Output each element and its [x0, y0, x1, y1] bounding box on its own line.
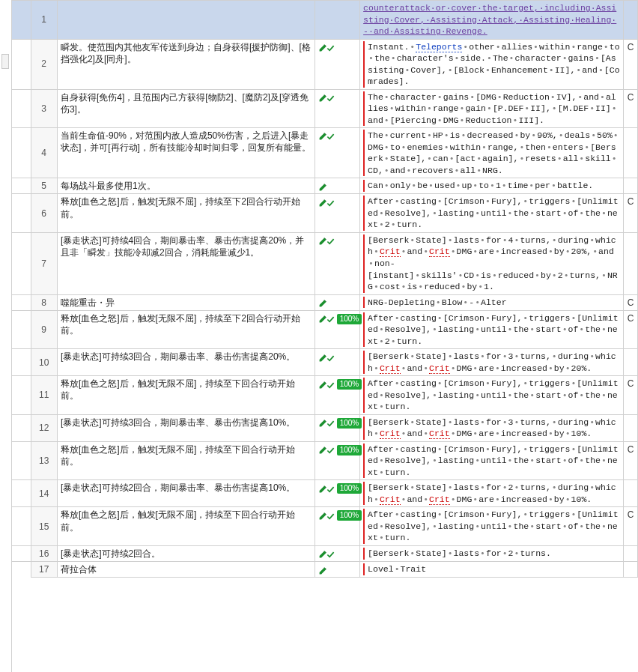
target-cell[interactable]: Aftercasting[CrimsonFury],triggers[Unlim…	[360, 441, 624, 480]
tail-cell: C	[624, 310, 638, 349]
target-cell[interactable]: [BerserkState]lastsfor3turns,duringwhich…	[360, 349, 624, 376]
tail-cell: C	[624, 507, 638, 546]
table-row[interactable]: 14[暴走状态]可持续2回合，期间暴击率、暴击伤害提高10%。100%[Bers…	[12, 480, 638, 507]
left-gutter	[0, 0, 12, 578]
source-cell[interactable]: [暴走状态]可持续2回合，期间暴击率、暴击伤害提高10%。	[57, 480, 315, 507]
target-cell[interactable]: Aftercasting[CrimsonFury],triggers[Unlim…	[360, 194, 624, 233]
status-header	[315, 1, 359, 40]
row-number: 16	[31, 546, 57, 562]
status-cell	[315, 178, 359, 194]
source-cell[interactable]: 释放[血色之怒]后，触发[无限不屈]，持续至下回合行动开始前。	[57, 507, 315, 546]
target-cell[interactable]: NRG-DepletingBlow-Alter	[360, 294, 624, 310]
spacer	[12, 178, 31, 194]
tail-cell	[624, 480, 638, 507]
table-row[interactable]: 5每场战斗最多使用1次。Canonlybeusedupto1timeperbat…	[12, 178, 638, 194]
header-link[interactable]: counterattack·or·cover·the·target,·inclu…	[363, 3, 616, 36]
spacer	[12, 310, 31, 349]
check-icon	[326, 94, 335, 102]
check-icon	[326, 512, 335, 520]
status-cell	[315, 232, 359, 294]
edit-icon[interactable]	[318, 298, 328, 308]
source-cell[interactable]: 释放[血色之怒]后，触发[无限不屈]，持续至下回合行动开始前。	[57, 441, 315, 480]
table-row[interactable]: 13释放[血色之怒]后，触发[无限不屈]，持续至下回合行动开始前。100%Aft…	[12, 441, 638, 480]
status-cell: 100%	[315, 507, 359, 546]
check-icon	[326, 354, 335, 362]
source-cell[interactable]: [暴走状态]可持续3回合，期间暴击率、暴击伤害提高10%。	[57, 414, 315, 441]
spacer	[12, 1, 31, 40]
source-cell[interactable]: 每场战斗最多使用1次。	[57, 178, 315, 194]
target-cell[interactable]: Aftercasting[CrimsonFury],triggers[Unlim…	[360, 310, 624, 349]
spacer	[12, 232, 31, 294]
gutter-marker	[1, 54, 9, 69]
spacer	[12, 89, 31, 128]
row-number: 14	[31, 480, 57, 507]
target-cell[interactable]: Thecharactergains[DMGReductionIV],andall…	[360, 89, 624, 128]
target-cell[interactable]: ThecurrentHPisdecreasedby90%,deals50%DMG…	[360, 128, 624, 178]
spacer	[12, 128, 31, 178]
table-row[interactable]: 8噬能重击・异NRG-DepletingBlow-AlterC	[12, 294, 638, 310]
tail-cell: C	[624, 89, 638, 128]
target-cell[interactable]: Instant.Teleportsotherallieswithinranget…	[360, 39, 624, 89]
table-row[interactable]: 4当前生命值-90%，对范围内敌人造成50%伤害，之后进入[暴走状态]，并可[再…	[12, 128, 638, 178]
target-cell[interactable]: [BerserkState]lastsfor2turns.	[360, 546, 624, 562]
source-cell[interactable]: [暴走状态]可持续3回合，期间暴击率、暴击伤害提高20%。	[57, 349, 315, 376]
table-row[interactable]: 11释放[血色之怒]后，触发[无限不屈]，持续至下回合行动开始前。100%Aft…	[12, 376, 638, 415]
row-number: 7	[31, 232, 57, 294]
target-cell[interactable]: Aftercasting[CrimsonFury],triggers[Unlim…	[360, 376, 624, 415]
row-number: 8	[31, 294, 57, 310]
status-cell: 100%	[315, 376, 359, 415]
source-cell[interactable]: [暴走状态]可持续2回合。	[57, 546, 315, 562]
row-number: 11	[31, 376, 57, 415]
table-row[interactable]: 9释放[血色之怒]后，触发[无限不屈]，持续至下2回合行动开始前。100%Aft…	[12, 310, 638, 349]
source-cell[interactable]: 释放[血色之怒]后，触发[无限不屈]，持续至下2回合行动开始前。	[57, 194, 315, 233]
target-cell[interactable]: [BerserkState]lastsfor3turns,duringwhich…	[360, 414, 624, 441]
source-cell[interactable]: [暴走状态]可持续4回合，期间暴击率、暴击伤害提高20%，并且非「瞬发」技能冷却…	[57, 232, 315, 294]
spacer	[12, 480, 31, 507]
spacer	[12, 194, 31, 233]
status-cell: 100%	[315, 441, 359, 480]
tail-cell: C	[624, 441, 638, 480]
table-row[interactable]: 7[暴走状态]可持续4回合，期间暴击率、暴击伤害提高20%，并且非「瞬发」技能冷…	[12, 232, 638, 294]
row-number: 10	[31, 349, 57, 376]
target-cell[interactable]: LovelTrait	[360, 562, 624, 578]
source-cell[interactable]: 自身获得[免伤4]，且范围内己方获得[物防2]、[魔防2]及[穿透免伤3]。	[57, 89, 315, 128]
target-header[interactable]: counterattack·or·cover·the·target,·inclu…	[360, 1, 624, 40]
tail-cell	[624, 414, 638, 441]
table-row[interactable]: 10[暴走状态]可持续3回合，期间暴击率、暴击伤害提高20%。[BerserkS…	[12, 349, 638, 376]
source-cell[interactable]: 荷拉合体	[57, 562, 315, 578]
source-cell[interactable]: 释放[血色之怒]后，触发[无限不屈]，持续至下2回合行动开始前。	[57, 310, 315, 349]
check-icon	[326, 419, 335, 427]
target-cell[interactable]: [BerserkState]lastsfor4turns,duringwhich…	[360, 232, 624, 294]
spacer	[12, 349, 31, 376]
table-row[interactable]: 15释放[血色之怒]后，触发[无限不屈]，持续至下回合行动开始前。100%Aft…	[12, 507, 638, 546]
table-row[interactable]: 17荷拉合体LovelTrait	[12, 562, 638, 578]
status-cell	[315, 546, 359, 562]
table-row[interactable]: 6释放[血色之怒]后，触发[无限不屈]，持续至下2回合行动开始前。Afterca…	[12, 194, 638, 233]
status-cell	[315, 89, 359, 128]
source-cell[interactable]: 瞬发。使范围内其他友军传送到身边；自身获得[援护防御]、[格挡强化2]及[同舟]…	[57, 39, 315, 89]
tail-cell	[624, 128, 638, 178]
check-icon	[326, 43, 335, 52]
target-cell[interactable]: [BerserkState]lastsfor2turns,duringwhich…	[360, 480, 624, 507]
target-cell[interactable]: Canonlybeusedupto1timeperbattle.	[360, 178, 624, 194]
row-number: 12	[31, 414, 57, 441]
source-cell[interactable]: 噬能重击・异	[57, 294, 315, 310]
spacer	[12, 39, 31, 89]
check-icon	[326, 485, 335, 493]
check-icon	[326, 237, 335, 245]
table-row[interactable]: 3自身获得[免伤4]，且范围内己方获得[物防2]、[魔防2]及[穿透免伤3]。T…	[12, 89, 638, 128]
edit-icon[interactable]	[318, 566, 328, 575]
source-cell[interactable]: 释放[血色之怒]后，触发[无限不屈]，持续至下回合行动开始前。	[57, 376, 315, 415]
table-row[interactable]: 2瞬发。使范围内其他友军传送到身边；自身获得[援护防御]、[格挡强化2]及[同舟…	[12, 39, 638, 89]
match-badge: 100%	[337, 314, 362, 324]
table-row[interactable]: 16[暴走状态]可持续2回合。[BerserkState]lastsfor2tu…	[12, 546, 638, 562]
edit-icon[interactable]	[318, 182, 328, 192]
target-cell[interactable]: Aftercasting[CrimsonFury],triggers[Unlim…	[360, 507, 624, 546]
table-row[interactable]: 12[暴走状态]可持续3回合，期间暴击率、暴击伤害提高10%。100%[Bers…	[12, 414, 638, 441]
row-number: 6	[31, 194, 57, 233]
source-cell[interactable]: 当前生命值-90%，对范围内敌人造成50%伤害，之后进入[暴走状态]，并可[再行…	[57, 128, 315, 178]
tail-cell	[624, 562, 638, 578]
tail-cell	[624, 232, 638, 294]
spacer	[12, 507, 31, 546]
row-number: 5	[31, 178, 57, 194]
